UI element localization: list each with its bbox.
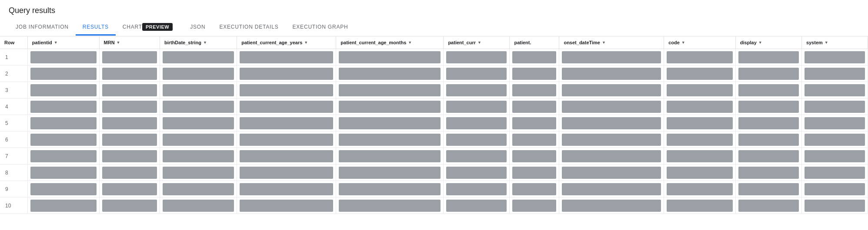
patient-curr-dropdown-icon[interactable]: ▼ [477, 40, 481, 45]
data-cell-birthdate_string[interactable] [160, 164, 237, 181]
data-cell-onset_datetime[interactable] [559, 148, 664, 164]
data-cell-system[interactable] [801, 115, 868, 131]
data-cell-patient_current_age_years[interactable] [237, 181, 336, 197]
col-header-patientid[interactable]: patientid ▼ [27, 36, 99, 49]
data-cell-patient_current_age_months[interactable] [336, 66, 444, 82]
data-cell-display[interactable] [735, 115, 801, 131]
col-header-onset[interactable]: onset_dateTime ▼ [559, 36, 664, 49]
data-cell-patient_current_age_years[interactable] [237, 99, 336, 115]
data-cell-patient_curr[interactable] [444, 181, 510, 197]
display-resize[interactable] [800, 36, 801, 49]
data-cell-onset_datetime[interactable] [559, 197, 664, 214]
data-cell-patient_curr[interactable] [444, 66, 510, 82]
data-cell-patient_curr[interactable] [444, 115, 510, 131]
birthdate-dropdown-icon[interactable]: ▼ [203, 40, 207, 45]
mrn-resize[interactable] [158, 36, 160, 49]
code-resize[interactable] [734, 36, 735, 49]
data-cell-system[interactable] [801, 164, 868, 181]
data-cell-patientid[interactable] [27, 131, 99, 148]
data-cell-patient[interactable] [510, 66, 559, 82]
data-cell-patient_current_age_years[interactable] [237, 66, 336, 82]
data-cell-code[interactable] [664, 197, 736, 214]
data-cell-patientid[interactable] [27, 197, 99, 214]
data-cell-patient_curr[interactable] [444, 82, 510, 99]
data-cell-onset_datetime[interactable] [559, 49, 664, 66]
data-cell-patient_curr[interactable] [444, 148, 510, 164]
data-cell-patient[interactable] [510, 131, 559, 148]
system-resize[interactable] [866, 36, 868, 49]
col-header-mrn[interactable]: MRN ▼ [99, 36, 160, 49]
data-cell-display[interactable] [735, 181, 801, 197]
col-header-age-months[interactable]: patient_current_age_months ▼ [336, 36, 444, 49]
data-cell-patient_current_age_years[interactable] [237, 148, 336, 164]
data-cell-patientid[interactable] [27, 82, 99, 99]
data-cell-patient_current_age_months[interactable] [336, 197, 444, 214]
data-cell-mrn[interactable] [99, 66, 160, 82]
data-cell-patientid[interactable] [27, 148, 99, 164]
tab-execution-graph[interactable]: EXECUTION GRAPH [286, 20, 355, 36]
data-cell-birthdate_string[interactable] [160, 49, 237, 66]
data-cell-patient[interactable] [510, 82, 559, 99]
data-cell-onset_datetime[interactable] [559, 82, 664, 99]
data-cell-onset_datetime[interactable] [559, 164, 664, 181]
data-cell-system[interactable] [801, 197, 868, 214]
system-dropdown-icon[interactable]: ▼ [825, 40, 828, 45]
data-cell-patient_curr[interactable] [444, 99, 510, 115]
data-cell-system[interactable] [801, 148, 868, 164]
data-cell-patient_current_age_months[interactable] [336, 115, 444, 131]
data-cell-display[interactable] [735, 164, 801, 181]
data-cell-patient_curr[interactable] [444, 49, 510, 66]
age-years-resize[interactable] [334, 36, 336, 49]
data-cell-patient_current_age_months[interactable] [336, 148, 444, 164]
data-cell-onset_datetime[interactable] [559, 181, 664, 197]
data-cell-code[interactable] [664, 164, 736, 181]
data-cell-patient_current_age_months[interactable] [336, 181, 444, 197]
tab-job-information[interactable]: JOB INFORMATION [9, 20, 76, 36]
data-cell-patient_current_age_years[interactable] [237, 164, 336, 181]
data-cell-mrn[interactable] [99, 197, 160, 214]
data-cell-mrn[interactable] [99, 49, 160, 66]
data-cell-patient_current_age_years[interactable] [237, 115, 336, 131]
data-cell-birthdate_string[interactable] [160, 148, 237, 164]
data-cell-onset_datetime[interactable] [559, 99, 664, 115]
birthdate-resize[interactable] [235, 36, 237, 49]
data-cell-patient[interactable] [510, 99, 559, 115]
patientid-resize[interactable] [97, 36, 99, 49]
tab-execution-details[interactable]: EXECUTION DETAILS [212, 20, 285, 36]
data-cell-code[interactable] [664, 99, 736, 115]
data-cell-patient[interactable] [510, 115, 559, 131]
patient-resize[interactable] [557, 36, 559, 49]
data-cell-display[interactable] [735, 49, 801, 66]
data-cell-display[interactable] [735, 99, 801, 115]
data-cell-onset_datetime[interactable] [559, 66, 664, 82]
col-header-age-years[interactable]: patient_current_age_years ▼ [237, 36, 336, 49]
data-cell-birthdate_string[interactable] [160, 82, 237, 99]
data-cell-patientid[interactable] [27, 66, 99, 82]
data-cell-patient[interactable] [510, 197, 559, 214]
data-cell-patientid[interactable] [27, 164, 99, 181]
data-cell-patient_curr[interactable] [444, 131, 510, 148]
data-cell-display[interactable] [735, 131, 801, 148]
data-cell-patient_current_age_months[interactable] [336, 99, 444, 115]
data-cell-system[interactable] [801, 82, 868, 99]
data-cell-birthdate_string[interactable] [160, 99, 237, 115]
data-cell-system[interactable] [801, 66, 868, 82]
data-cell-system[interactable] [801, 49, 868, 66]
data-cell-patientid[interactable] [27, 115, 99, 131]
data-cell-patient_current_age_months[interactable] [336, 49, 444, 66]
data-cell-mrn[interactable] [99, 82, 160, 99]
data-cell-code[interactable] [664, 181, 736, 197]
data-cell-patient_curr[interactable] [444, 197, 510, 214]
data-cell-birthdate_string[interactable] [160, 197, 237, 214]
data-cell-code[interactable] [664, 131, 736, 148]
data-cell-display[interactable] [735, 197, 801, 214]
data-cell-patientid[interactable] [27, 99, 99, 115]
col-header-display[interactable]: display ▼ [735, 36, 801, 49]
data-cell-patient[interactable] [510, 49, 559, 66]
data-cell-system[interactable] [801, 131, 868, 148]
mrn-dropdown-icon[interactable]: ▼ [117, 40, 120, 45]
table-container[interactable]: Row patientid ▼ MRN ▼ [0, 36, 868, 214]
onset-resize[interactable] [662, 36, 664, 49]
data-cell-patient_current_age_years[interactable] [237, 82, 336, 99]
data-cell-birthdate_string[interactable] [160, 115, 237, 131]
